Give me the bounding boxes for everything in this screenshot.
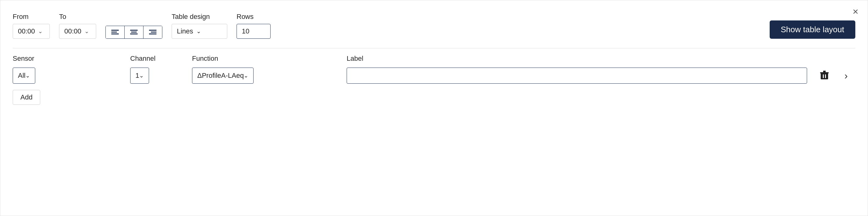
svg-rect-11 <box>823 71 826 73</box>
label-input[interactable] <box>347 68 807 84</box>
svg-rect-7 <box>151 32 156 32</box>
svg-rect-9 <box>821 73 828 79</box>
table-column-headers: Sensor Channel Function Label <box>13 55 855 62</box>
svg-rect-8 <box>149 33 156 34</box>
function-dropdown[interactable]: ΔProfileA-LAeq ⌄ <box>192 68 254 84</box>
align-group <box>105 15 162 39</box>
to-group: To 00:00 ⌄ <box>59 13 96 39</box>
function-column-header: Function <box>192 55 347 62</box>
svg-rect-4 <box>131 32 137 32</box>
svg-rect-12 <box>823 74 824 78</box>
align-center-button[interactable] <box>125 26 144 38</box>
from-dropdown[interactable]: 00:00 ⌄ <box>13 24 50 39</box>
sensor-chevron-icon: ⌄ <box>25 72 30 79</box>
to-chevron-icon: ⌄ <box>85 28 89 35</box>
svg-rect-0 <box>111 30 119 31</box>
table-design-value: Lines <box>177 27 193 35</box>
trash-icon <box>820 71 829 81</box>
table-design-group: Table design Lines ⌄ <box>172 13 227 39</box>
table-design-label: Table design <box>172 13 227 21</box>
svg-rect-3 <box>130 30 137 31</box>
svg-rect-13 <box>825 74 826 78</box>
to-label: To <box>59 13 96 21</box>
top-controls-row: From 00:00 ⌄ To 00:00 ⌄ <box>13 13 855 39</box>
arrow-column-header <box>837 55 855 62</box>
show-table-layout-button[interactable]: Show table layout <box>770 21 855 39</box>
from-value: 00:00 <box>18 27 35 35</box>
modal-container: × From 00:00 ⌄ To 00:00 ⌄ <box>0 0 868 216</box>
align-right-button[interactable] <box>144 26 162 38</box>
from-group: From 00:00 ⌄ <box>13 13 50 39</box>
rows-group: Rows <box>237 13 271 39</box>
align-right-icon <box>149 29 156 35</box>
from-chevron-icon: ⌄ <box>38 28 43 35</box>
svg-rect-5 <box>130 33 137 34</box>
to-dropdown[interactable]: 00:00 ⌄ <box>59 24 96 39</box>
rows-label: Rows <box>237 13 271 21</box>
function-chevron-icon: ⌄ <box>244 72 248 79</box>
sensor-dropdown[interactable]: All ⌄ <box>13 68 35 84</box>
svg-rect-1 <box>111 32 117 32</box>
table-design-chevron-icon: ⌄ <box>196 28 201 35</box>
chevron-right-icon: › <box>844 70 848 81</box>
delete-column-header <box>812 55 837 62</box>
channel-column-header: Channel <box>130 55 192 62</box>
close-button[interactable]: × <box>852 6 859 17</box>
sensor-cell: All ⌄ <box>13 68 130 84</box>
divider <box>13 48 855 48</box>
sensor-column-header: Sensor <box>13 55 130 62</box>
function-cell: ΔProfileA-LAeq ⌄ <box>192 68 347 84</box>
sensor-value: All <box>18 72 25 80</box>
add-button[interactable]: Add <box>13 90 40 105</box>
svg-rect-2 <box>111 33 119 34</box>
from-label: From <box>13 13 50 21</box>
align-center-icon <box>130 29 137 35</box>
align-left-button[interactable] <box>106 26 125 38</box>
channel-cell: 1 ⌄ <box>130 68 192 84</box>
table-design-dropdown[interactable]: Lines ⌄ <box>172 24 227 39</box>
function-value: ΔProfileA-LAeq <box>197 72 244 80</box>
label-cell <box>347 68 812 84</box>
rows-input[interactable] <box>237 24 271 39</box>
channel-dropdown[interactable]: 1 ⌄ <box>130 68 149 84</box>
to-value: 00:00 <box>64 27 81 35</box>
delete-row-button[interactable] <box>812 71 837 81</box>
label-column-header: Label <box>347 55 812 62</box>
align-buttons-group <box>105 26 162 39</box>
table-row: All ⌄ 1 ⌄ ΔProfileA-LAeq ⌄ <box>13 68 855 84</box>
channel-value: 1 <box>135 72 139 80</box>
align-left-icon <box>111 29 119 35</box>
svg-rect-6 <box>149 30 156 31</box>
row-expand-button[interactable]: › <box>837 70 855 81</box>
channel-chevron-icon: ⌄ <box>139 72 144 79</box>
